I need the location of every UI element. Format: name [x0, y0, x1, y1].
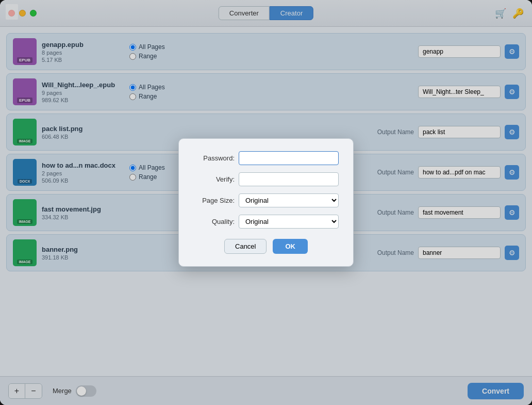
verify-row: Verify: [193, 172, 339, 186]
password-input[interactable] [239, 151, 339, 165]
page-size-label: Page Size: [193, 197, 235, 204]
ok-button[interactable]: OK [273, 239, 308, 254]
main-window: Converter Creator 🛒 🔑 EPUB genapp.epub 8… [0, 0, 532, 405]
page-size-select[interactable]: Original A4 Letter Legal [239, 193, 339, 207]
password-dialog: Password: Verify: Page Size: Original A4… [178, 138, 354, 267]
modal-overlay: Password: Verify: Page Size: Original A4… [0, 0, 532, 405]
verify-input[interactable] [239, 172, 339, 186]
quality-select[interactable]: Original High Medium Low [239, 215, 339, 229]
modal-buttons: Cancel OK [193, 239, 339, 254]
verify-label: Verify: [193, 175, 235, 183]
cancel-button[interactable]: Cancel [224, 239, 267, 254]
password-row: Password: [193, 151, 339, 165]
quality-row: Quality: Original High Medium Low [193, 215, 339, 229]
page-size-row: Page Size: Original A4 Letter Legal [193, 193, 339, 207]
password-label: Password: [193, 154, 235, 162]
quality-label: Quality: [193, 218, 235, 225]
